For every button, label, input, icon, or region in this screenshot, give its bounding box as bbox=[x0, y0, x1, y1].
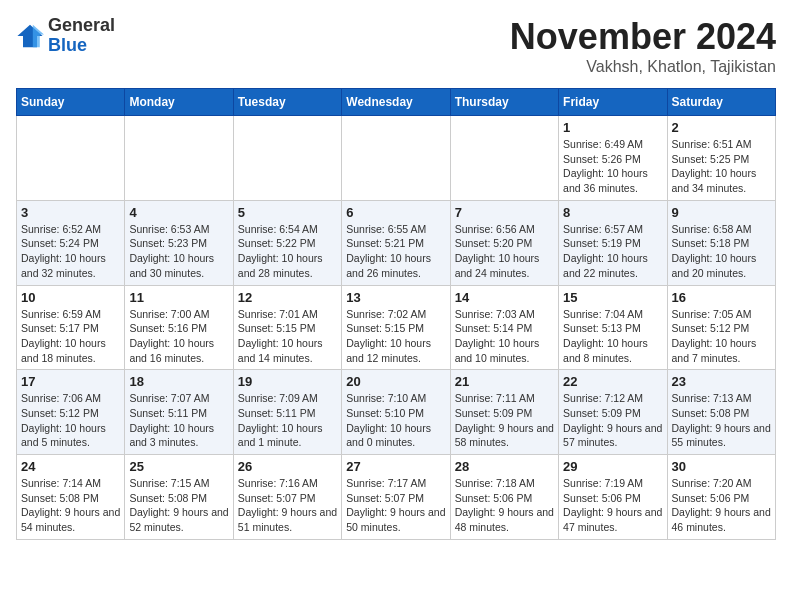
calendar-week-1: 1Sunrise: 6:49 AM Sunset: 5:26 PM Daylig… bbox=[17, 116, 776, 201]
day-number: 18 bbox=[129, 374, 228, 389]
day-info: Sunrise: 7:15 AM Sunset: 5:08 PM Dayligh… bbox=[129, 476, 228, 535]
day-info: Sunrise: 7:06 AM Sunset: 5:12 PM Dayligh… bbox=[21, 391, 120, 450]
calendar-cell: 14Sunrise: 7:03 AM Sunset: 5:14 PM Dayli… bbox=[450, 285, 558, 370]
calendar-cell: 20Sunrise: 7:10 AM Sunset: 5:10 PM Dayli… bbox=[342, 370, 450, 455]
calendar-header-sunday: Sunday bbox=[17, 89, 125, 116]
day-number: 20 bbox=[346, 374, 445, 389]
calendar-cell bbox=[233, 116, 341, 201]
day-info: Sunrise: 6:52 AM Sunset: 5:24 PM Dayligh… bbox=[21, 222, 120, 281]
day-number: 11 bbox=[129, 290, 228, 305]
day-number: 5 bbox=[238, 205, 337, 220]
calendar-header-thursday: Thursday bbox=[450, 89, 558, 116]
day-info: Sunrise: 7:09 AM Sunset: 5:11 PM Dayligh… bbox=[238, 391, 337, 450]
day-number: 17 bbox=[21, 374, 120, 389]
calendar-cell bbox=[342, 116, 450, 201]
day-number: 30 bbox=[672, 459, 771, 474]
day-number: 22 bbox=[563, 374, 662, 389]
day-number: 6 bbox=[346, 205, 445, 220]
day-info: Sunrise: 7:13 AM Sunset: 5:08 PM Dayligh… bbox=[672, 391, 771, 450]
calendar-cell: 23Sunrise: 7:13 AM Sunset: 5:08 PM Dayli… bbox=[667, 370, 775, 455]
day-number: 28 bbox=[455, 459, 554, 474]
logo-icon bbox=[16, 22, 44, 50]
day-info: Sunrise: 7:01 AM Sunset: 5:15 PM Dayligh… bbox=[238, 307, 337, 366]
day-number: 2 bbox=[672, 120, 771, 135]
calendar-cell bbox=[125, 116, 233, 201]
calendar-header-row: SundayMondayTuesdayWednesdayThursdayFrid… bbox=[17, 89, 776, 116]
calendar-cell: 22Sunrise: 7:12 AM Sunset: 5:09 PM Dayli… bbox=[559, 370, 667, 455]
calendar-cell: 16Sunrise: 7:05 AM Sunset: 5:12 PM Dayli… bbox=[667, 285, 775, 370]
logo: General Blue bbox=[16, 16, 115, 56]
calendar-week-5: 24Sunrise: 7:14 AM Sunset: 5:08 PM Dayli… bbox=[17, 455, 776, 540]
calendar-table: SundayMondayTuesdayWednesdayThursdayFrid… bbox=[16, 88, 776, 540]
day-info: Sunrise: 7:00 AM Sunset: 5:16 PM Dayligh… bbox=[129, 307, 228, 366]
day-info: Sunrise: 7:16 AM Sunset: 5:07 PM Dayligh… bbox=[238, 476, 337, 535]
day-number: 10 bbox=[21, 290, 120, 305]
day-info: Sunrise: 7:19 AM Sunset: 5:06 PM Dayligh… bbox=[563, 476, 662, 535]
day-number: 7 bbox=[455, 205, 554, 220]
day-info: Sunrise: 7:14 AM Sunset: 5:08 PM Dayligh… bbox=[21, 476, 120, 535]
calendar-header-wednesday: Wednesday bbox=[342, 89, 450, 116]
day-info: Sunrise: 7:18 AM Sunset: 5:06 PM Dayligh… bbox=[455, 476, 554, 535]
day-number: 16 bbox=[672, 290, 771, 305]
calendar-cell: 29Sunrise: 7:19 AM Sunset: 5:06 PM Dayli… bbox=[559, 455, 667, 540]
calendar-cell: 4Sunrise: 6:53 AM Sunset: 5:23 PM Daylig… bbox=[125, 200, 233, 285]
calendar-cell: 1Sunrise: 6:49 AM Sunset: 5:26 PM Daylig… bbox=[559, 116, 667, 201]
day-info: Sunrise: 7:03 AM Sunset: 5:14 PM Dayligh… bbox=[455, 307, 554, 366]
day-info: Sunrise: 7:07 AM Sunset: 5:11 PM Dayligh… bbox=[129, 391, 228, 450]
day-info: Sunrise: 7:02 AM Sunset: 5:15 PM Dayligh… bbox=[346, 307, 445, 366]
page-header: General Blue November 2024 Vakhsh, Khatl… bbox=[16, 16, 776, 76]
calendar-cell: 26Sunrise: 7:16 AM Sunset: 5:07 PM Dayli… bbox=[233, 455, 341, 540]
day-info: Sunrise: 7:20 AM Sunset: 5:06 PM Dayligh… bbox=[672, 476, 771, 535]
day-number: 15 bbox=[563, 290, 662, 305]
calendar-cell: 17Sunrise: 7:06 AM Sunset: 5:12 PM Dayli… bbox=[17, 370, 125, 455]
calendar-cell: 24Sunrise: 7:14 AM Sunset: 5:08 PM Dayli… bbox=[17, 455, 125, 540]
day-number: 14 bbox=[455, 290, 554, 305]
day-info: Sunrise: 7:04 AM Sunset: 5:13 PM Dayligh… bbox=[563, 307, 662, 366]
day-number: 23 bbox=[672, 374, 771, 389]
calendar-cell: 11Sunrise: 7:00 AM Sunset: 5:16 PM Dayli… bbox=[125, 285, 233, 370]
day-info: Sunrise: 6:55 AM Sunset: 5:21 PM Dayligh… bbox=[346, 222, 445, 281]
day-info: Sunrise: 7:12 AM Sunset: 5:09 PM Dayligh… bbox=[563, 391, 662, 450]
calendar-header-tuesday: Tuesday bbox=[233, 89, 341, 116]
day-info: Sunrise: 7:11 AM Sunset: 5:09 PM Dayligh… bbox=[455, 391, 554, 450]
day-info: Sunrise: 6:49 AM Sunset: 5:26 PM Dayligh… bbox=[563, 137, 662, 196]
day-number: 1 bbox=[563, 120, 662, 135]
day-info: Sunrise: 6:57 AM Sunset: 5:19 PM Dayligh… bbox=[563, 222, 662, 281]
logo-blue: Blue bbox=[48, 36, 115, 56]
calendar-cell bbox=[450, 116, 558, 201]
calendar-cell: 6Sunrise: 6:55 AM Sunset: 5:21 PM Daylig… bbox=[342, 200, 450, 285]
day-number: 3 bbox=[21, 205, 120, 220]
day-number: 9 bbox=[672, 205, 771, 220]
logo-general: General bbox=[48, 16, 115, 36]
day-info: Sunrise: 6:54 AM Sunset: 5:22 PM Dayligh… bbox=[238, 222, 337, 281]
calendar-cell: 21Sunrise: 7:11 AM Sunset: 5:09 PM Dayli… bbox=[450, 370, 558, 455]
calendar-cell: 28Sunrise: 7:18 AM Sunset: 5:06 PM Dayli… bbox=[450, 455, 558, 540]
calendar-cell: 10Sunrise: 6:59 AM Sunset: 5:17 PM Dayli… bbox=[17, 285, 125, 370]
calendar-header-saturday: Saturday bbox=[667, 89, 775, 116]
calendar-week-2: 3Sunrise: 6:52 AM Sunset: 5:24 PM Daylig… bbox=[17, 200, 776, 285]
calendar-cell: 12Sunrise: 7:01 AM Sunset: 5:15 PM Dayli… bbox=[233, 285, 341, 370]
calendar-cell: 19Sunrise: 7:09 AM Sunset: 5:11 PM Dayli… bbox=[233, 370, 341, 455]
calendar-cell: 30Sunrise: 7:20 AM Sunset: 5:06 PM Dayli… bbox=[667, 455, 775, 540]
day-number: 24 bbox=[21, 459, 120, 474]
calendar-cell: 5Sunrise: 6:54 AM Sunset: 5:22 PM Daylig… bbox=[233, 200, 341, 285]
calendar-header-friday: Friday bbox=[559, 89, 667, 116]
logo-text: General Blue bbox=[48, 16, 115, 56]
day-number: 12 bbox=[238, 290, 337, 305]
day-number: 21 bbox=[455, 374, 554, 389]
calendar-cell: 27Sunrise: 7:17 AM Sunset: 5:07 PM Dayli… bbox=[342, 455, 450, 540]
calendar-cell: 18Sunrise: 7:07 AM Sunset: 5:11 PM Dayli… bbox=[125, 370, 233, 455]
calendar-week-4: 17Sunrise: 7:06 AM Sunset: 5:12 PM Dayli… bbox=[17, 370, 776, 455]
calendar-week-3: 10Sunrise: 6:59 AM Sunset: 5:17 PM Dayli… bbox=[17, 285, 776, 370]
location: Vakhsh, Khatlon, Tajikistan bbox=[510, 58, 776, 76]
calendar-cell: 13Sunrise: 7:02 AM Sunset: 5:15 PM Dayli… bbox=[342, 285, 450, 370]
calendar-cell: 3Sunrise: 6:52 AM Sunset: 5:24 PM Daylig… bbox=[17, 200, 125, 285]
day-info: Sunrise: 7:05 AM Sunset: 5:12 PM Dayligh… bbox=[672, 307, 771, 366]
calendar-cell bbox=[17, 116, 125, 201]
day-number: 4 bbox=[129, 205, 228, 220]
day-info: Sunrise: 7:17 AM Sunset: 5:07 PM Dayligh… bbox=[346, 476, 445, 535]
day-info: Sunrise: 6:53 AM Sunset: 5:23 PM Dayligh… bbox=[129, 222, 228, 281]
day-info: Sunrise: 6:51 AM Sunset: 5:25 PM Dayligh… bbox=[672, 137, 771, 196]
day-info: Sunrise: 6:59 AM Sunset: 5:17 PM Dayligh… bbox=[21, 307, 120, 366]
day-number: 19 bbox=[238, 374, 337, 389]
